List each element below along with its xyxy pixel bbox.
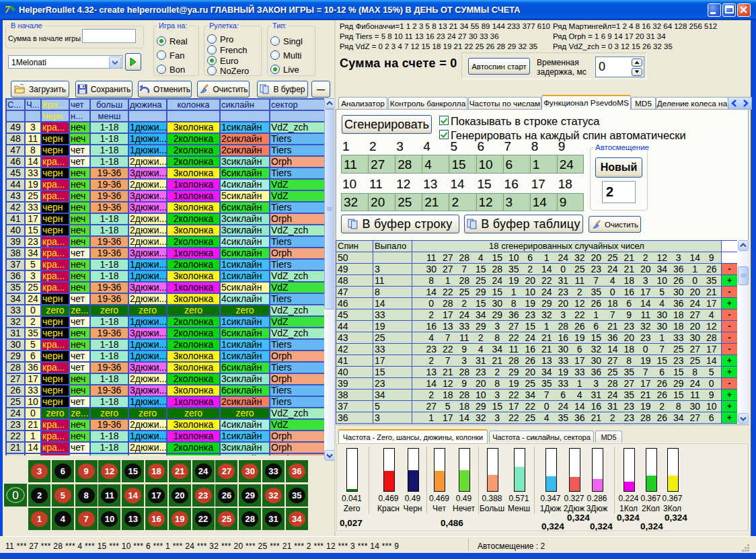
svg-text:0: 0 bbox=[12, 489, 18, 502]
svg-text:7: 7 bbox=[5, 4, 10, 15]
